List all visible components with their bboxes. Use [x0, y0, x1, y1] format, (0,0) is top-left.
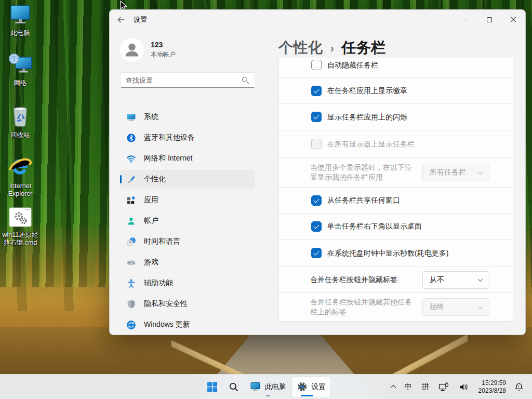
sidebar-item-label: 辅助功能 [144, 278, 173, 288]
sidebar-nav: 系统蓝牙和其他设备网络和 Internet个性化应用帐户时间和语言游戏辅助功能隐… [120, 108, 255, 334]
running-app-indicator [266, 395, 270, 396]
minimize-button[interactable] [454, 10, 477, 30]
setting-label: 在所有显示器上显示任务栏 [327, 139, 415, 149]
svg-text:z: z [518, 384, 520, 388]
close-button[interactable] [501, 10, 525, 30]
unchecked-checkbox[interactable] [311, 60, 322, 70]
tray-date: 2023/8/28 [478, 387, 506, 395]
taskbar-search-button[interactable] [223, 377, 244, 397]
user-name: 123 [151, 41, 176, 49]
sidebar-item-label: 帐户 [144, 216, 158, 225]
ime-pinyin-button[interactable]: 拼 [417, 377, 434, 397]
setting-row-show-flashing[interactable]: 显示任务栏应用上的闪烁 [278, 104, 513, 130]
volume-tray-button[interactable] [454, 377, 473, 397]
setting-label: 在系统托盘时钟中显示秒数(耗电更多) [327, 248, 448, 258]
shield-icon [126, 299, 136, 309]
desktop-icon-recycle-bin[interactable]: 回收站 [0, 105, 41, 139]
close-icon [510, 17, 516, 23]
desktop-icon-this-pc[interactable]: 此电脑 [0, 4, 41, 37]
taskbar-button-label: 设置 [312, 382, 326, 392]
notification-center-button[interactable]: z [509, 377, 529, 397]
bell-dnd-icon: z [514, 382, 524, 392]
setting-row-show-badges[interactable]: 在任务栏应用上显示徽章 [278, 78, 513, 104]
settings-scroll-area[interactable]: 自动隐藏任务栏在任务栏应用上显示徽章显示任务栏应用上的闪烁在所有显示器上显示任务… [278, 58, 513, 331]
sidebar-item-privacy[interactable]: 隐私和安全性 [120, 295, 255, 313]
network-tray-button[interactable] [434, 377, 454, 397]
tray-chevron-button[interactable] [387, 377, 400, 397]
sidebar-item-personalization[interactable]: 个性化 [120, 170, 255, 189]
monitor-icon [250, 381, 261, 392]
sidebar-item-label: 蓝牙和其他设备 [144, 133, 195, 142]
dropdown-value: 所有任务栏 [430, 168, 466, 177]
back-arrow-icon [117, 16, 125, 24]
person-icon [126, 216, 136, 226]
sidebar-item-time-language[interactable]: 时间和语言 [120, 232, 255, 251]
sidebar-item-gaming[interactable]: 游戏 [120, 253, 255, 272]
setting-row-combine-buttons[interactable]: 合并任务栏按钮并隐藏标签从不 [278, 267, 513, 293]
breadcrumb-separator: › [330, 42, 335, 56]
windows-logo-icon [207, 381, 218, 392]
dropdown-combine-buttons[interactable]: 从不 [422, 271, 489, 289]
checked-checkbox[interactable] [311, 195, 322, 206]
ethernet-icon [438, 382, 449, 392]
desktop-icon-network[interactable]: 网络 [0, 53, 41, 87]
desktop-icon-internet-explorer[interactable]: Internet Explorer [0, 155, 41, 198]
wifi-icon [126, 154, 136, 164]
clock-globe-icon [126, 237, 136, 247]
sidebar-item-network[interactable]: 网络和 Internet [120, 149, 255, 168]
maximize-icon [487, 17, 492, 22]
setting-label: 当使用多个显示器时，在以下位 置显示我的任务栏应用 [310, 163, 412, 182]
search-icon [229, 382, 239, 392]
maximize-button[interactable] [477, 10, 501, 30]
chevron-down-icon [478, 304, 483, 309]
taskbar-button-this-pc[interactable]: 此电脑 [245, 377, 291, 397]
setting-row-multi-display-mode[interactable]: 当使用多个显示器时，在以下位 置显示我的任务栏应用所有任务栏 [278, 158, 513, 188]
setting-row-auto-hide-taskbar[interactable]: 自动隐藏任务栏 [278, 58, 513, 78]
setting-row-show-desktop-corner[interactable]: 单击任务栏右下角以显示桌面 [278, 214, 513, 240]
taskbar-button-settings[interactable]: 设置 [292, 377, 330, 397]
sidebar-item-bluetooth[interactable]: 蓝牙和其他设备 [120, 128, 255, 147]
window-title: 设置 [134, 15, 147, 24]
chevron-down-icon [478, 169, 483, 175]
ime-mode-button[interactable]: 中 [400, 377, 417, 397]
search-icon [242, 76, 249, 84]
back-button[interactable] [117, 16, 125, 24]
unchecked-checkbox [311, 139, 322, 149]
sidebar-item-label: 应用 [144, 195, 158, 205]
setting-row-combine-buttons-other[interactable]: 合并任务栏按钮并隐藏其他任务 栏上的标签始终 [278, 293, 513, 322]
monitor-icon [9, 4, 32, 28]
checked-checkbox[interactable] [311, 86, 322, 96]
search-input[interactable] [126, 76, 242, 84]
setting-row-show-on-all-displays[interactable]: 在所有显示器上显示任务栏 [278, 130, 513, 158]
clock[interactable]: 15:29:59 2023/8/28 [473, 379, 509, 395]
setting-label: 合并任务栏按钮并隐藏标签 [310, 275, 397, 285]
desktop-icon-label: win11还原经典右键.cmd [0, 231, 41, 247]
start-button[interactable] [202, 377, 222, 397]
dropdown-combine-buttons-other: 始终 [422, 298, 489, 316]
apps-icon [126, 195, 136, 205]
dropdown-value: 始终 [430, 302, 444, 312]
desktop-icon-label: 回收站 [10, 131, 30, 139]
breadcrumb-parent[interactable]: 个性化 [278, 38, 323, 58]
setting-label: 在任务栏应用上显示徽章 [327, 86, 407, 96]
chevron-down-icon [478, 276, 483, 282]
sidebar-item-apps[interactable]: 应用 [120, 191, 255, 209]
titlebar[interactable]: 设置 [110, 10, 525, 30]
sidebar-item-system[interactable]: 系统 [120, 108, 255, 126]
update-icon [126, 320, 136, 330]
sidebar-item-accounts[interactable]: 帐户 [120, 211, 255, 230]
sidebar-item-windows-update[interactable]: Windows 更新 [120, 315, 255, 334]
checked-checkbox[interactable] [311, 112, 322, 122]
speaker-icon [458, 382, 469, 392]
checked-checkbox[interactable] [311, 221, 322, 232]
breadcrumb: 个性化 › 任务栏 [278, 38, 386, 58]
sidebar-item-label: 系统 [144, 112, 158, 122]
setting-row-show-seconds-in-clock[interactable]: 在系统托盘时钟中显示秒数(耗电更多) [278, 240, 513, 267]
desktop-icon-cmd-script[interactable]: win11还原经典右键.cmd [0, 207, 41, 247]
checked-checkbox[interactable] [311, 248, 322, 258]
user-card[interactable]: 123 本地帐户 [120, 38, 255, 62]
settings-search-box[interactable] [120, 72, 255, 88]
gear-icon [297, 381, 308, 392]
sidebar-item-accessibility[interactable]: 辅助功能 [120, 274, 255, 292]
setting-row-share-any-window[interactable]: 从任务栏共享任何窗口 [278, 188, 513, 214]
